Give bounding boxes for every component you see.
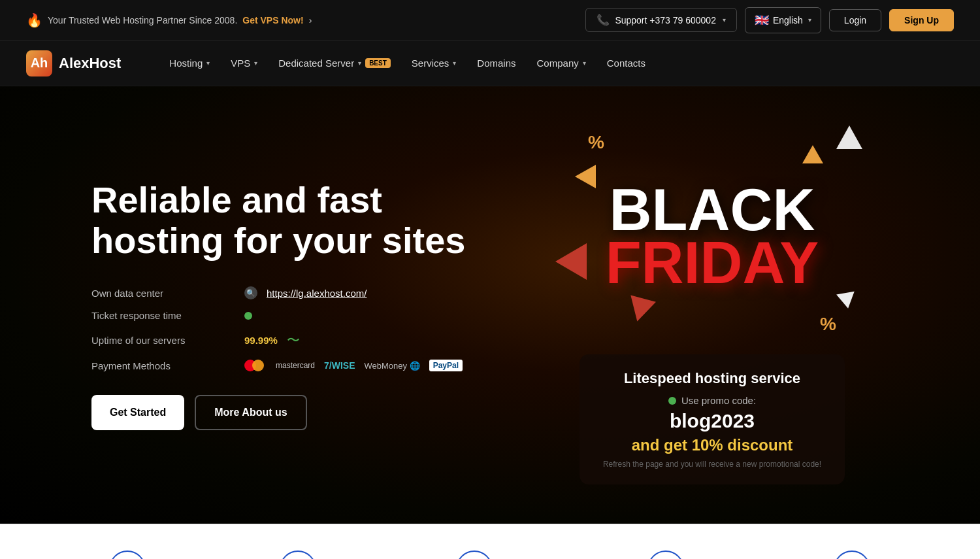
- black-text: BLACK: [610, 184, 815, 237]
- pulse-icon: 〜: [287, 331, 300, 349]
- hero-title: Reliable and fast hosting for your sites: [91, 180, 470, 260]
- top-bar: 🔥 Your Trusted Web Hosting Partner Since…: [0, 0, 980, 41]
- chevron-down-icon: ▾: [808, 16, 811, 24]
- stat-row-ticket: Ticket response time: [91, 310, 470, 321]
- chevron-down-icon: ▾: [206, 59, 210, 67]
- hero-right: % BLACK FRIDAY % Litespeed hosting servi…: [470, 126, 954, 484]
- litespeed-title: Litespeed hosting service: [603, 370, 821, 387]
- uptime-value: 99.99%: [244, 335, 278, 346]
- logo-icon: Ah: [26, 50, 52, 76]
- bottom-strip: 🏠 Shared Hosting ⚙ VPS Hosting 🖥 Dedicat…: [0, 524, 980, 559]
- nav-contacts-label: Contacts: [607, 58, 645, 69]
- domain-icon: 🌐: [647, 551, 684, 559]
- chevron-down-icon: ▾: [453, 59, 456, 67]
- triangle-white-topright: [836, 126, 862, 149]
- nav-item-contacts[interactable]: Contacts: [598, 52, 655, 74]
- flag-icon: 🇬🇧: [755, 13, 769, 27]
- green-dot-icon: [244, 312, 252, 320]
- stat-uptime-label: Uptime of our servers: [91, 335, 235, 346]
- ssl-icon: 🔒: [834, 551, 870, 559]
- stat-row-uptime: Uptime of our servers 99.99% 〜: [91, 331, 470, 349]
- hosting-icon: 🏠: [109, 551, 146, 559]
- nav-vps-label: VPS: [231, 58, 250, 69]
- nav-item-company[interactable]: Company ▾: [528, 52, 595, 74]
- support-button[interactable]: 📞 Support +373 79 600002 ▾: [585, 8, 737, 32]
- strip-item-domains: 🌐 Domain Registration: [627, 551, 704, 559]
- promo-label-text: Use promo code:: [681, 395, 756, 406]
- logo[interactable]: Ah AlexHost: [26, 50, 121, 76]
- nav-menu: Hosting ▾ VPS ▾ Dedicated Server ▾ BEST …: [160, 52, 954, 74]
- stat-ticket-label: Ticket response time: [91, 310, 235, 321]
- hero-left: Reliable and fast hosting for your sites…: [91, 180, 470, 430]
- promo-box: Litespeed hosting service Use promo code…: [580, 354, 845, 484]
- nav-services-label: Services: [412, 58, 449, 69]
- best-badge: BEST: [365, 58, 391, 68]
- triangle-orange-left: [575, 165, 596, 188]
- chevron-down-icon: ▾: [723, 16, 726, 24]
- stat-datacenter-label: Own data center: [91, 288, 235, 299]
- triangle-red-bottom: [625, 295, 656, 324]
- chevron-down-icon: ▾: [583, 59, 586, 67]
- mastercard-text: mastercard: [276, 361, 315, 370]
- hero-buttons: Get Started More About us: [91, 395, 470, 430]
- webmoney-logo: WebMoney 🌐: [365, 361, 420, 371]
- wise-logo: 7/WISE: [324, 360, 355, 371]
- vps-icon: ⚙: [280, 551, 316, 559]
- paypal-logo: PayPal: [429, 360, 463, 371]
- nav-hosting-label: Hosting: [169, 58, 203, 69]
- triangle-white-bottomright: [836, 292, 857, 310]
- search-icon: 🔍: [244, 286, 257, 299]
- chevron-down-icon: ▾: [254, 59, 257, 67]
- chevron-down-icon: ▾: [358, 59, 361, 67]
- signup-button[interactable]: Sign Up: [889, 9, 954, 31]
- nav-item-hosting[interactable]: Hosting ▾: [160, 52, 219, 74]
- friday-text: FRIDAY: [606, 237, 819, 290]
- stat-row-datacenter: Own data center 🔍 https://lg.alexhost.co…: [91, 286, 470, 299]
- top-bar-actions: 📞 Support +373 79 600002 ▾ 🇬🇧 English ▾ …: [585, 7, 954, 33]
- percent-topleft: %: [588, 132, 604, 153]
- datacenter-link[interactable]: https://lg.alexhost.com/: [267, 288, 367, 299]
- hero-title-line2: hosting for your sites: [91, 220, 466, 261]
- login-button[interactable]: Login: [829, 9, 881, 31]
- logo-text: AlexHost: [59, 55, 121, 72]
- dedicated-icon: 🖥: [456, 551, 493, 559]
- get-vps-link[interactable]: Get VPS Now!: [242, 15, 303, 25]
- navbar: Ah AlexHost Hosting ▾ VPS ▾ Dedicated Se…: [0, 41, 980, 86]
- percent-bottomright: %: [820, 314, 836, 335]
- triangle-orange-topright: [802, 145, 823, 163]
- payment-logos: mastercard 7/WISE WebMoney 🌐 PayPal: [244, 360, 463, 371]
- mastercard-logo: [244, 360, 264, 371]
- refresh-text: Refresh the page and you will receive a …: [603, 460, 821, 469]
- nav-item-domains[interactable]: Domains: [468, 52, 525, 74]
- strip-item-dedicated: 🖥 Dedicated Servers: [440, 551, 510, 559]
- tagline-text: Your Trusted Web Hosting Partner Since 2…: [48, 15, 237, 25]
- strip-item-vps: ⚙ VPS Hosting: [274, 551, 322, 559]
- hero-stats: Own data center 🔍 https://lg.alexhost.co…: [91, 286, 470, 371]
- nav-dedicated-label: Dedicated Server: [278, 58, 354, 69]
- fire-icon: 🔥: [26, 12, 42, 28]
- stat-payments-label: Payment Methods: [91, 360, 235, 371]
- nav-item-vps[interactable]: VPS ▾: [221, 52, 267, 74]
- strip-item-ssl: 🔒 SSL Certificates: [821, 551, 882, 559]
- discount-text: and get 10% discount: [603, 436, 821, 454]
- hero-section: Reliable and fast hosting for your sites…: [0, 86, 980, 524]
- more-about-us-button[interactable]: More About us: [195, 395, 306, 430]
- promo-code: blog2023: [603, 410, 821, 432]
- top-bar-tagline: 🔥 Your Trusted Web Hosting Partner Since…: [26, 12, 312, 28]
- language-selector[interactable]: 🇬🇧 English ▾: [745, 7, 821, 33]
- lang-label: English: [773, 15, 803, 25]
- strip-item-hosting: 🏠 Shared Hosting: [98, 551, 157, 559]
- get-started-button[interactable]: Get Started: [91, 395, 184, 430]
- hero-title-line1: Reliable and fast: [91, 179, 382, 220]
- promo-label-row: Use promo code:: [603, 395, 821, 406]
- phone-icon: 📞: [596, 14, 610, 26]
- triangle-red-left: [555, 243, 587, 280]
- nav-domains-label: Domains: [477, 58, 515, 69]
- stat-row-payments: Payment Methods mastercard 7/WISE WebMon…: [91, 360, 470, 371]
- nav-item-services[interactable]: Services ▾: [402, 52, 466, 74]
- support-label: Support +373 79 600002: [615, 15, 716, 25]
- nav-item-dedicated[interactable]: Dedicated Server ▾ BEST: [269, 52, 400, 74]
- black-friday-banner: % BLACK FRIDAY %: [549, 126, 875, 348]
- nav-company-label: Company: [537, 58, 579, 69]
- cta-arrow: ›: [309, 15, 312, 25]
